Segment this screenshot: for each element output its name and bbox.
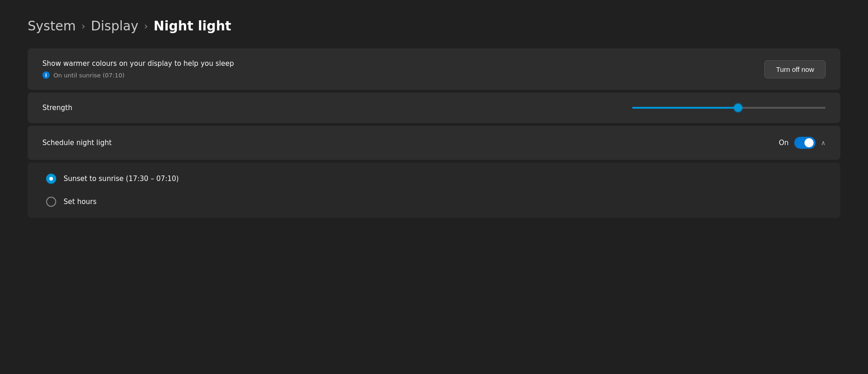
radio-option-set-hours[interactable]: Set hours <box>46 197 822 207</box>
breadcrumb-separator-2: › <box>144 20 148 32</box>
schedule-options-section: Sunset to sunrise (17:30 – 07:10) Set ho… <box>28 163 840 218</box>
radio-sunset-label: Sunset to sunrise (17:30 – 07:10) <box>64 175 179 183</box>
turn-off-button[interactable]: Turn off now <box>764 60 826 78</box>
breadcrumb-system[interactable]: System <box>28 18 76 34</box>
schedule-chevron-icon[interactable]: ∧ <box>821 139 826 146</box>
toggle-track <box>794 137 815 149</box>
schedule-label: Schedule night light <box>42 139 111 147</box>
status-card: Show warmer colours on your display to h… <box>28 48 840 90</box>
schedule-toggle[interactable] <box>794 137 815 149</box>
strength-slider-container <box>632 107 826 109</box>
radio-option-sunset[interactable]: Sunset to sunrise (17:30 – 07:10) <box>46 174 822 184</box>
breadcrumb: System › Display › Night light <box>28 18 840 34</box>
strength-label: Strength <box>42 104 72 112</box>
schedule-card: Schedule night light On ∧ <box>28 126 840 160</box>
status-subtitle: i On until sunrise (07:10) <box>42 71 234 79</box>
schedule-state-label: On <box>779 139 788 147</box>
status-card-left: Show warmer colours on your display to h… <box>42 59 234 79</box>
toggle-thumb <box>804 138 814 147</box>
breadcrumb-night-light: Night light <box>153 18 231 34</box>
status-text: On until sunrise (07:10) <box>53 72 124 79</box>
breadcrumb-display[interactable]: Display <box>91 18 138 34</box>
breadcrumb-separator-1: › <box>81 20 85 32</box>
radio-sunset-circle[interactable] <box>46 174 56 184</box>
radio-set-hours-label: Set hours <box>64 198 97 206</box>
schedule-controls: On ∧ <box>779 137 826 149</box>
strength-slider[interactable] <box>632 107 826 109</box>
info-icon: i <box>42 71 50 79</box>
strength-card: Strength <box>28 93 840 123</box>
status-description: Show warmer colours on your display to h… <box>42 59 234 68</box>
radio-set-hours-circle[interactable] <box>46 197 56 207</box>
